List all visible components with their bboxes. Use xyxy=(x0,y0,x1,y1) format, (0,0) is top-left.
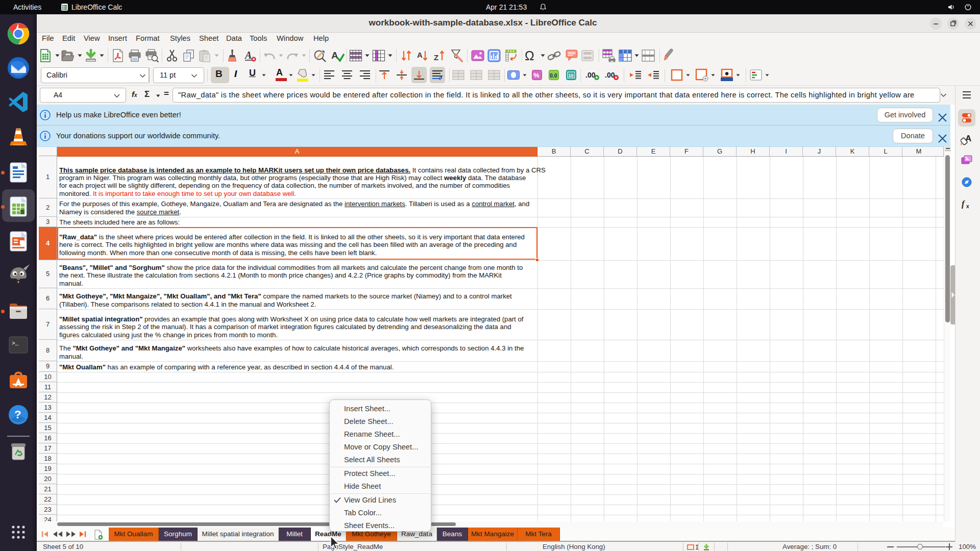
svg-text:.00: .00 xyxy=(605,71,615,79)
svg-text:Z: Z xyxy=(434,53,438,62)
svg-text:A: A xyxy=(417,51,423,59)
svg-text:x: x xyxy=(966,204,969,209)
svg-text:.00: .00 xyxy=(585,71,596,79)
svg-text:A: A xyxy=(244,49,252,61)
svg-text:15: 15 xyxy=(569,73,574,78)
svg-text:>_: >_ xyxy=(12,340,19,346)
svg-text:f: f xyxy=(962,199,965,209)
svg-text:?: ? xyxy=(14,408,21,421)
svg-text:0.0: 0.0 xyxy=(550,72,557,79)
svg-text:A: A xyxy=(331,50,338,61)
svg-text:Ω: Ω xyxy=(525,49,534,62)
svg-text:%: % xyxy=(533,71,540,79)
